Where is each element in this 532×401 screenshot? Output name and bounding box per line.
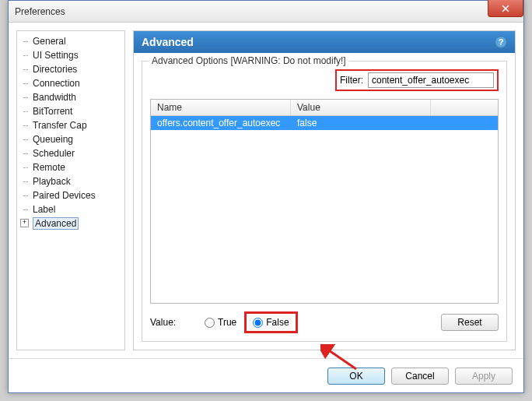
- filter-row: Filter:: [150, 69, 499, 91]
- advanced-group: Advanced Options [WARNING: Do not modify…: [142, 61, 507, 342]
- sidebar-item-scheduler[interactable]: Scheduler: [17, 146, 124, 160]
- radio-true-label: True: [218, 317, 236, 328]
- close-icon: [502, 5, 509, 12]
- sidebar-item-label: Transfer Cap: [33, 120, 87, 131]
- options-table[interactable]: Name Value offers.content_offer_autoexec…: [150, 99, 499, 304]
- sidebar-item-label: UI Settings: [33, 50, 79, 61]
- group-label: Advanced Options [WARNING: Do not modify…: [149, 55, 349, 66]
- cell-value: false: [291, 116, 431, 130]
- table-header: Name Value: [151, 100, 498, 116]
- window-title: Preferences: [15, 6, 65, 17]
- sidebar-item-label: General: [33, 36, 66, 47]
- filter-highlight: Filter:: [335, 69, 499, 91]
- table-row[interactable]: offers.content_offer_autoexecfalse: [151, 116, 498, 130]
- table-body: offers.content_offer_autoexecfalse: [151, 116, 498, 303]
- radio-false-input[interactable]: [253, 318, 263, 328]
- radio-true-input[interactable]: [205, 318, 215, 328]
- sidebar-item-label: Advanced: [33, 217, 79, 230]
- col-name[interactable]: Name: [151, 100, 291, 115]
- sidebar-item-directories[interactable]: Directories: [17, 62, 124, 76]
- reset-button[interactable]: Reset: [441, 314, 499, 331]
- false-highlight: False: [244, 311, 297, 333]
- col-value[interactable]: Value: [291, 100, 431, 115]
- sidebar-item-remote[interactable]: Remote: [17, 160, 124, 174]
- sidebar-item-ui-settings[interactable]: UI Settings: [17, 48, 124, 62]
- sidebar-item-queueing[interactable]: Queueing: [17, 132, 124, 146]
- sidebar-item-bandwidth[interactable]: Bandwidth: [17, 90, 124, 104]
- sidebar-item-label: Bandwidth: [33, 92, 76, 103]
- sidebar-item-advanced[interactable]: Advanced: [17, 216, 124, 230]
- sidebar-item-general[interactable]: General: [17, 34, 124, 48]
- sidebar-tree[interactable]: GeneralUI SettingsDirectoriesConnectionB…: [16, 30, 125, 350]
- sidebar-item-label: BitTorrent: [33, 106, 72, 117]
- sidebar-item-label: Scheduler: [33, 148, 75, 159]
- panel-header: Advanced ?: [134, 31, 515, 53]
- sidebar-item-label[interactable]: Label: [17, 202, 124, 216]
- sidebar-item-label: Queueing: [33, 134, 73, 145]
- radio-true[interactable]: True: [205, 317, 236, 328]
- sidebar-item-label: Label: [33, 204, 55, 215]
- help-icon[interactable]: ?: [495, 36, 507, 48]
- sidebar-item-paired-devices[interactable]: Paired Devices: [17, 188, 124, 202]
- ok-button[interactable]: OK: [327, 368, 385, 385]
- radio-false-label: False: [266, 317, 289, 328]
- value-row: Value: True False Reset: [150, 311, 499, 333]
- preferences-window: Preferences GeneralUI SettingsDirectorie…: [8, 0, 524, 393]
- cancel-button[interactable]: Cancel: [391, 368, 449, 385]
- sidebar-item-bittorrent[interactable]: BitTorrent: [17, 104, 124, 118]
- filter-input[interactable]: [368, 72, 494, 88]
- sidebar-item-label: Paired Devices: [33, 190, 96, 201]
- filter-label: Filter:: [340, 75, 363, 86]
- value-label: Value:: [150, 317, 197, 328]
- close-button[interactable]: [488, 0, 523, 17]
- apply-button[interactable]: Apply: [455, 368, 513, 385]
- cell-name: offers.content_offer_autoexec: [151, 116, 291, 130]
- titlebar: Preferences: [9, 1, 523, 23]
- radio-false[interactable]: False: [253, 317, 289, 328]
- sidebar-item-label: Remote: [33, 162, 65, 173]
- sidebar-item-connection[interactable]: Connection: [17, 76, 124, 90]
- col-spacer: [431, 100, 498, 115]
- sidebar-item-label: Directories: [33, 64, 77, 75]
- main-panel: Advanced ? Advanced Options [WARNING: Do…: [133, 30, 516, 350]
- content-area: GeneralUI SettingsDirectoriesConnectionB…: [9, 23, 523, 358]
- sidebar-item-label: Connection: [33, 78, 80, 89]
- sidebar-item-playback[interactable]: Playback: [17, 174, 124, 188]
- sidebar-item-label: Playback: [33, 176, 71, 187]
- sidebar-item-transfer-cap[interactable]: Transfer Cap: [17, 118, 124, 132]
- dialog-footer: OK Cancel Apply: [9, 358, 523, 392]
- panel-title: Advanced: [142, 36, 194, 48]
